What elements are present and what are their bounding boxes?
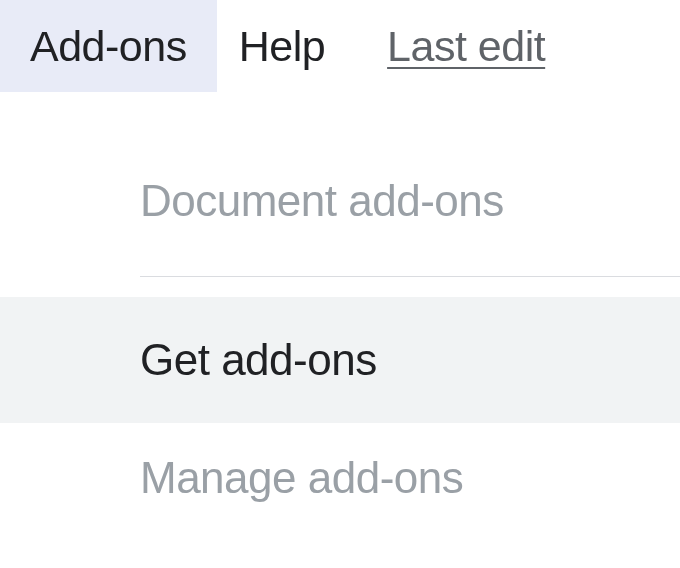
dropdown-item-get-addons[interactable]: Get add-ons [0,297,680,423]
dropdown-separator [140,276,680,277]
menu-last-edit[interactable]: Last edit [365,0,567,92]
menu-help[interactable]: Help [217,0,347,92]
menubar: Add-ons Help Last edit [0,0,680,92]
dropdown-item-manage-addons[interactable]: Manage add-ons [0,423,680,533]
addons-dropdown: Document add-ons Get add-ons Manage add-… [0,92,680,533]
dropdown-item-document-addons: Document add-ons [0,146,680,256]
menu-addons[interactable]: Add-ons [0,0,217,92]
